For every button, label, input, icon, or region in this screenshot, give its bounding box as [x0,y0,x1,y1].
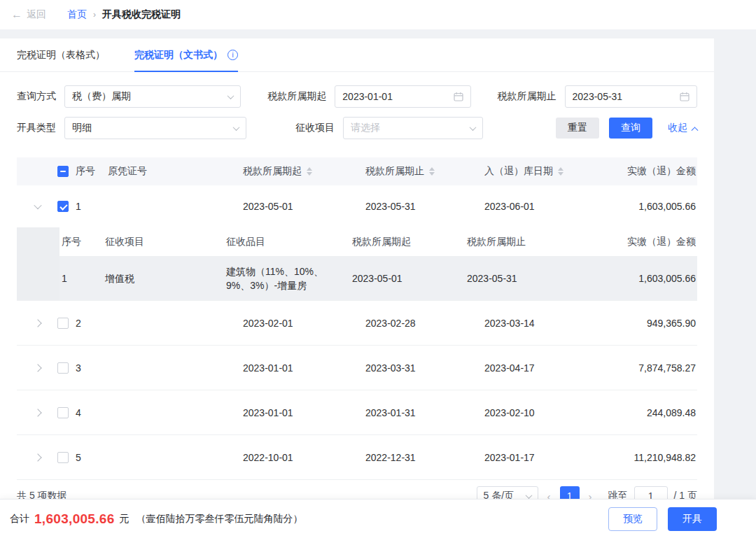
row-checkbox[interactable] [57,452,69,463]
detail-col-amount: 实缴（退）金额 [580,236,697,248]
detail-item: 建筑物（11%、10%、9%、3%）-增量房 [224,264,350,293]
table-row[interactable]: 5 2022-10-01 2022-12-31 2023-01-17 11,21… [17,435,697,480]
footer-actions: 预览 开具 [608,507,717,531]
tab-certificate-document-format[interactable]: 完税证明（文书式） i [134,38,238,71]
total-amount: 1,603,005.66 [34,511,115,527]
issue-type-select[interactable]: 明细 [64,117,246,139]
filter-row-1: 查询方式 税（费）属期 税款所属期起 2023-01-01 税款所属期止 202… [17,85,697,108]
row-storage-date: 2023-04-17 [476,362,595,374]
chevron-down-icon [227,92,234,99]
table-row[interactable]: 1 2023-05-01 2023-05-31 2023-06-01 1,603… [17,185,697,227]
chevron-up-icon [692,127,699,134]
collapse-toggle[interactable]: 收起 [668,122,697,134]
table-row[interactable]: 2 2023-02-01 2023-02-28 2023-03-14 949,3… [17,301,697,346]
col-storage-date[interactable]: 入（退）库日期 [476,165,595,178]
row-checkbox[interactable] [57,362,69,374]
query-mode-value: 税（费）属期 [72,90,131,103]
row-checkbox[interactable] [57,407,69,418]
row-storage-date: 2023-03-14 [476,318,595,329]
expand-open-icon[interactable] [34,201,41,209]
jump-page-input[interactable]: 1 [634,486,668,499]
row-storage-date: 2023-02-10 [476,407,595,418]
results-table: 序号 原凭证号 税款所属期起 税款所属期止 入（退）库日期 实缴（退）金额 1 [17,157,697,480]
filter-actions: 重置 查询 收起 [556,118,697,139]
col-period-end-label: 税款所属期止 [365,165,424,178]
filter-row-2: 开具类型 明细 征收项目 请选择 重置 查询 收起 [17,117,697,139]
row-seq: 5 [76,452,81,463]
back-button[interactable]: ← 返回 [11,8,46,21]
col-storage-date-label: 入（退）库日期 [484,165,553,178]
table-row[interactable]: 3 2023-01-01 2023-03-31 2023-04-17 7,874… [17,346,697,390]
issue-button[interactable]: 开具 [668,507,717,531]
levy-item-select[interactable]: 请选择 [343,117,483,139]
next-page-button[interactable]: › [589,491,592,500]
content-card: 完税证明（表格式） 完税证明（文书式） i 查询方式 税（费）属期 税款所属期起… [0,38,714,499]
page-size-select[interactable]: 5 条/页 [477,486,538,499]
breadcrumb-home-link[interactable]: 首页 [67,8,87,21]
query-mode-select[interactable]: 税（费）属期 [64,85,241,108]
expand-closed-icon[interactable] [34,364,41,371]
col-period-end[interactable]: 税款所属期止 [357,165,476,178]
footer-bar: 合计 1,603,005.66 元 （壹佰陆拾万零叁仟零伍元陆角陆分） 预览 开… [0,499,756,538]
detail-col-period-end: 税款所属期止 [465,234,580,248]
tab-certificate-table-format[interactable]: 完税证明（表格式） [17,38,105,71]
row-amount: 7,874,758.27 [595,362,697,374]
sort-icon[interactable] [558,167,564,176]
reset-button[interactable]: 重置 [556,118,599,139]
detail-period-end: 2023-05-31 [465,271,580,285]
row-period-start: 2023-05-01 [234,201,357,212]
jump-to-label: 跳至 [608,490,628,499]
row-period-end: 2023-03-31 [357,362,476,374]
detail-row: 1 增值税 建筑物（11%、10%、9%、3%）-增量房 2023-05-01 … [59,257,697,300]
breadcrumb-current: 开具税收完税证明 [102,8,181,21]
detail-col-item: 征收品目 [224,234,350,248]
chevron-down-icon [233,124,240,131]
col-amount: 实缴（退）金额 [595,165,697,178]
query-mode-label: 查询方式 [17,90,56,103]
period-end-date-input[interactable]: 2023-05-31 [565,85,697,108]
total-amount-in-words: （壹佰陆拾万零叁仟零伍元陆角陆分） [136,513,303,525]
detail-col-seq: 序号 [59,234,103,248]
chevron-down-icon [470,124,477,131]
total-unit: 元 [120,513,130,525]
breadcrumb-separator-icon: › [93,10,96,20]
page-size-value: 5 条/页 [484,490,514,499]
row-detail-panel: 序号 征收项目 征收品目 税款所属期起 税款所属期止 实缴（退）金额 1 增值税… [17,227,697,301]
col-period-start[interactable]: 税款所属期起 [234,165,357,178]
row-storage-date: 2023-01-17 [476,452,595,463]
expand-closed-icon[interactable] [34,409,41,416]
sort-icon[interactable] [429,167,435,176]
table-row[interactable]: 4 2023-01-01 2023-01-31 2023-02-10 244,0… [17,390,697,435]
period-end-label: 税款所属期止 [471,90,556,103]
detail-header-row: 序号 征收项目 征收品目 税款所属期起 税款所属期止 实缴（退）金额 [59,227,697,257]
row-checkbox[interactable] [57,318,69,329]
page-number-button[interactable]: 1 [560,486,580,499]
detail-col-period-start: 税款所属期起 [350,234,465,248]
row-period-end: 2023-05-31 [357,201,476,212]
breadcrumb: 首页 › 开具税收完税证明 [67,8,181,21]
prev-page-button[interactable]: ‹ [547,491,551,500]
info-icon[interactable]: i [227,50,238,60]
expand-closed-icon[interactable] [34,453,41,461]
detail-project: 增值税 [103,271,224,285]
period-start-date-input[interactable]: 2023-01-01 [335,85,470,108]
tab-bar: 完税证明（表格式） 完税证明（文书式） i [0,38,714,72]
row-checkbox[interactable] [57,201,69,212]
back-label: 返回 [27,8,46,21]
preview-button[interactable]: 预览 [608,507,657,531]
col-seq: 序号 [76,165,95,178]
filter-panel: 查询方式 税（费）属期 税款所属期起 2023-01-01 税款所属期止 202… [0,72,714,139]
period-start-label: 税款所属期起 [241,90,326,103]
back-arrow-icon: ← [11,9,22,20]
row-period-end: 2023-02-28 [357,318,476,329]
chevron-down-icon [525,492,532,499]
total-pages-label: / 1 页 [674,490,697,499]
search-button[interactable]: 查询 [609,118,652,139]
total-count-text: 共 5 项数据 [17,490,67,499]
row-amount: 244,089.48 [595,407,697,418]
expand-closed-icon[interactable] [34,319,41,327]
row-storage-date: 2023-06-01 [476,201,595,212]
row-period-start: 2023-01-01 [234,362,357,374]
select-all-checkbox[interactable] [57,166,69,177]
sort-icon[interactable] [307,167,312,176]
